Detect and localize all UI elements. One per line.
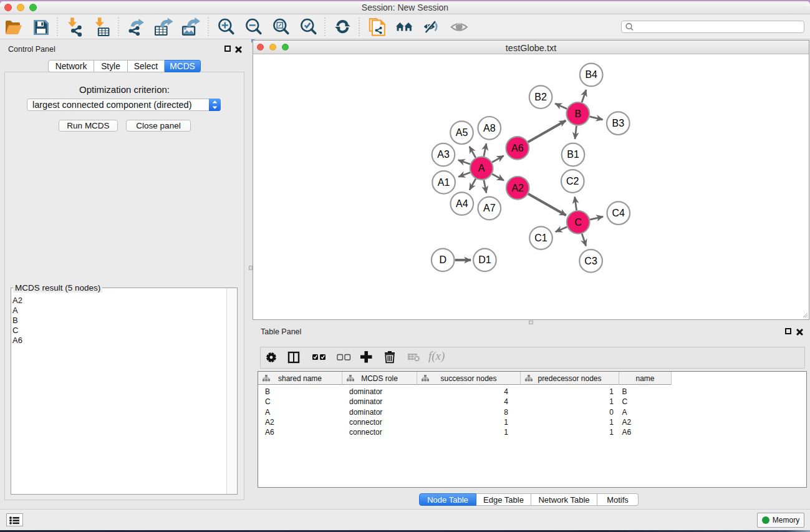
- svg-text:A5: A5: [456, 127, 468, 138]
- svg-text:B2: B2: [534, 92, 547, 102]
- svg-text:A6: A6: [511, 143, 524, 153]
- svg-text:B3: B3: [612, 118, 625, 128]
- svg-text:A7: A7: [483, 203, 496, 213]
- svg-text:C1: C1: [534, 233, 547, 243]
- svg-text:A2: A2: [511, 183, 524, 193]
- svg-text:A3: A3: [437, 149, 450, 160]
- svg-text:A: A: [478, 163, 485, 173]
- svg-text:A1: A1: [438, 177, 450, 188]
- svg-text:D: D: [439, 254, 446, 265]
- svg-text:A4: A4: [456, 198, 468, 209]
- svg-text:A8: A8: [483, 123, 496, 133]
- svg-text:D1: D1: [478, 254, 491, 265]
- svg-text:C4: C4: [612, 208, 625, 218]
- svg-text:C3: C3: [584, 256, 597, 266]
- svg-text:B: B: [574, 109, 581, 119]
- svg-text:B4: B4: [585, 69, 597, 80]
- svg-text:C2: C2: [566, 176, 579, 186]
- svg-text:C: C: [574, 217, 582, 228]
- svg-text:B1: B1: [567, 149, 579, 160]
